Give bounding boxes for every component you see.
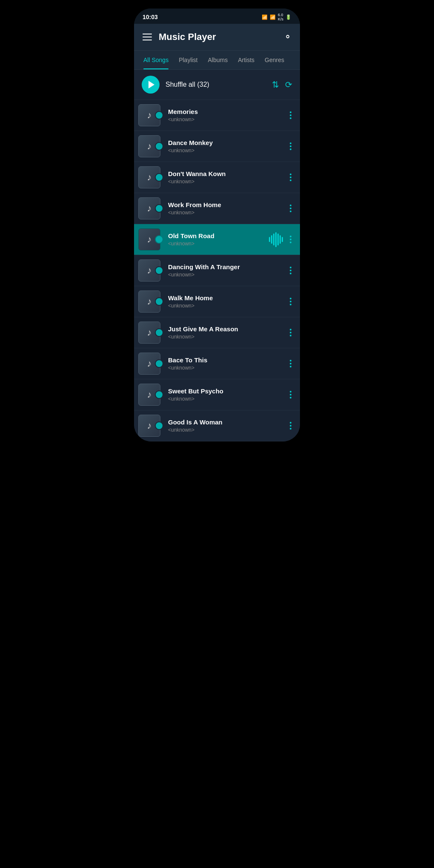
battery-icon: 🔋 <box>286 14 291 20</box>
song-info: Old Town Road <unknown> <box>168 232 269 247</box>
waveform-animation <box>269 232 283 247</box>
song-artist: <unknown> <box>168 117 287 122</box>
song-item[interactable]: ♪ Just Give Me A Reason <unknown> <box>134 317 300 348</box>
song-info: Dancing With A Tranger <unknown> <box>168 263 287 278</box>
song-thumbnail: ♪ <box>138 166 160 188</box>
song-thumbnail: ♪ <box>138 197 160 219</box>
more-options-button[interactable] <box>287 295 294 308</box>
song-title: Don't Wanna Kown <box>168 170 287 177</box>
song-artist: <unknown> <box>168 241 269 247</box>
menu-button[interactable] <box>143 34 152 40</box>
song-artist: <unknown> <box>168 272 287 278</box>
tab-all-songs[interactable]: All Songs <box>138 51 174 69</box>
song-artist: <unknown> <box>168 210 287 216</box>
more-options-button[interactable] <box>287 264 294 277</box>
more-options-button[interactable] <box>287 109 294 122</box>
song-info: Dance Monkey <unknown> <box>168 139 287 154</box>
more-options-button[interactable] <box>287 202 294 215</box>
more-options-button[interactable] <box>287 388 294 401</box>
status-icons: 📶 📶 6.0K/s 🔋 <box>262 13 291 21</box>
more-options-button[interactable] <box>287 419 294 432</box>
song-title: Good Is A Woman <box>168 418 287 426</box>
tab-genres[interactable]: Genres <box>260 51 289 69</box>
song-item[interactable]: ♪ Bace To This <unknown> <box>134 348 300 379</box>
song-artist: <unknown> <box>168 179 287 185</box>
phone-frame: 10:03 📶 📶 6.0K/s 🔋 Music Player ⚬ All So… <box>134 9 300 441</box>
song-thumbnail: ♪ <box>138 135 160 157</box>
more-options-button[interactable] <box>287 140 294 153</box>
shuffle-icons: ⇅ ⟳ <box>272 80 292 90</box>
song-thumbnail: ♪ <box>138 353 160 375</box>
song-info: Bace To This <unknown> <box>168 356 287 371</box>
more-options-button[interactable] <box>287 357 294 370</box>
music-note-icon: ♪ <box>147 296 152 307</box>
tab-artists[interactable]: Artists <box>233 51 260 69</box>
music-note-icon: ♪ <box>147 327 152 338</box>
status-time: 10:03 <box>143 14 158 20</box>
tab-bar: All Songs Playlist Albums Artists Genres <box>134 51 300 70</box>
song-thumbnail: ♪ <box>138 104 160 126</box>
signal-icon: 📶 <box>270 14 276 20</box>
refresh-icon[interactable]: ⟳ <box>285 80 292 90</box>
song-artist: <unknown> <box>168 365 287 371</box>
app-header: Music Player ⚬ <box>134 24 300 51</box>
song-item[interactable]: ♪ Dancing With A Tranger <unknown> <box>134 255 300 286</box>
song-thumbnail: ♪ <box>138 228 160 250</box>
song-thumbnail: ♪ <box>138 290 160 313</box>
song-artist: <unknown> <box>168 303 287 309</box>
music-note-icon: ♪ <box>147 110 152 121</box>
shuffle-label: Shuffle all (32) <box>166 81 272 88</box>
song-list: ♪ Memories <unknown> ♪ Dance Monkey <unk… <box>134 100 300 441</box>
more-options-button[interactable] <box>287 233 294 246</box>
music-note-icon: ♪ <box>147 265 152 276</box>
shuffle-row: Shuffle all (32) ⇅ ⟳ <box>134 70 300 100</box>
song-info: Work From Home <unknown> <box>168 201 287 216</box>
song-item[interactable]: ♪ Sweet But Psycho <unknown> <box>134 379 300 410</box>
music-note-icon: ♪ <box>147 234 152 245</box>
song-artist: <unknown> <box>168 334 287 340</box>
song-info: Just Give Me A Reason <unknown> <box>168 325 287 340</box>
song-thumbnail: ♪ <box>138 415 160 437</box>
song-artist: <unknown> <box>168 148 287 154</box>
song-item[interactable]: ♪ Work From Home <unknown> <box>134 193 300 224</box>
network-speed: 6.0K/s <box>278 13 283 21</box>
song-title: Just Give Me A Reason <box>168 325 287 333</box>
song-item[interactable]: ♪ Dance Monkey <unknown> <box>134 131 300 162</box>
song-title: Work From Home <box>168 201 287 208</box>
song-info: Don't Wanna Kown <unknown> <box>168 170 287 185</box>
wifi-icon: 📶 <box>262 14 268 20</box>
music-note-icon: ♪ <box>147 172 152 183</box>
more-options-button[interactable] <box>287 326 294 339</box>
song-title: Sweet But Psycho <box>168 387 287 395</box>
song-title: Dancing With A Tranger <box>168 263 287 270</box>
song-title: Walk Me Home <box>168 294 287 302</box>
song-item[interactable]: ♪ Walk Me Home <unknown> <box>134 286 300 317</box>
play-all-button[interactable] <box>142 76 160 94</box>
song-thumbnail: ♪ <box>138 384 160 406</box>
music-note-icon: ♪ <box>147 203 152 214</box>
more-options-button[interactable] <box>287 171 294 184</box>
song-info: Memories <unknown> <box>168 108 287 122</box>
music-note-icon: ♪ <box>147 420 152 431</box>
song-thumbnail: ♪ <box>138 322 160 344</box>
sort-icon[interactable]: ⇅ <box>272 80 279 90</box>
page-title: Music Player <box>159 31 216 43</box>
song-item-active[interactable]: ♪ Old Town Road <unknown> <box>134 224 300 255</box>
song-info: Good Is A Woman <unknown> <box>168 418 287 433</box>
music-note-icon: ♪ <box>147 389 152 400</box>
song-title: Memories <box>168 108 287 115</box>
song-info: Walk Me Home <unknown> <box>168 294 287 309</box>
music-note-icon: ♪ <box>147 141 152 152</box>
tab-albums[interactable]: Albums <box>203 51 233 69</box>
song-info: Sweet But Psycho <unknown> <box>168 387 287 402</box>
music-note-icon: ♪ <box>147 358 152 369</box>
song-artist: <unknown> <box>168 427 287 433</box>
song-title: Old Town Road <box>168 232 269 239</box>
search-button[interactable]: ⚬ <box>284 31 291 43</box>
song-item[interactable]: ♪ Good Is A Woman <unknown> <box>134 410 300 441</box>
status-bar: 10:03 📶 📶 6.0K/s 🔋 <box>134 9 300 24</box>
header-left: Music Player <box>143 31 216 43</box>
song-item[interactable]: ♪ Don't Wanna Kown <unknown> <box>134 162 300 193</box>
tab-playlist[interactable]: Playlist <box>174 51 203 69</box>
song-item[interactable]: ♪ Memories <unknown> <box>134 100 300 131</box>
